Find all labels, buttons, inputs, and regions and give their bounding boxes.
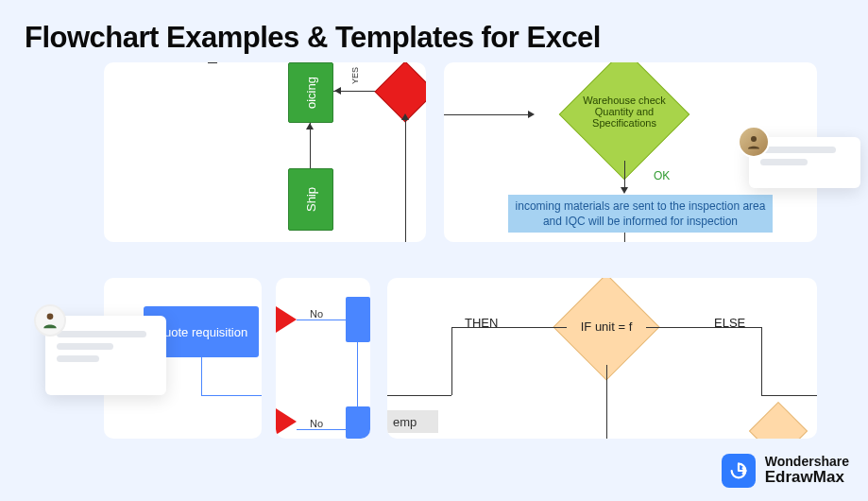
flow-connector bbox=[297, 429, 346, 430]
edrawmax-logo-icon bbox=[722, 454, 756, 488]
flow-connector bbox=[451, 327, 508, 328]
flow-connector bbox=[508, 327, 567, 328]
person-icon bbox=[745, 133, 762, 150]
flow-process-stub bbox=[346, 406, 370, 439]
edge-label-no: No bbox=[310, 308, 323, 320]
brand-footer: Wondershare EdrawMax bbox=[722, 454, 849, 488]
arrow-down-icon bbox=[621, 187, 628, 194]
arrow-up-icon bbox=[306, 123, 314, 130]
flow-connector bbox=[297, 320, 346, 320]
flow-process-stub bbox=[346, 297, 370, 342]
flow-decision-partial bbox=[276, 408, 297, 435]
flow-process-inspection: incoming materials are sent to the inspe… bbox=[508, 195, 773, 233]
flow-decision-node bbox=[374, 62, 426, 123]
placeholder-line bbox=[760, 159, 808, 165]
flow-connector bbox=[706, 327, 761, 328]
flow-connector bbox=[624, 233, 625, 242]
comment-bubble[interactable] bbox=[45, 316, 166, 395]
flow-variable-emp: emp bbox=[387, 410, 438, 433]
flow-connector bbox=[208, 62, 217, 63]
template-card-invoicing-flow[interactable]: oicing Ship YES bbox=[104, 62, 426, 242]
avatar bbox=[738, 126, 770, 158]
template-card-if-unit-flow[interactable]: IF unit = f THEN ELSE emp bbox=[387, 278, 817, 439]
flow-decision-text: Warehouse check Quantity and Specificati… bbox=[557, 95, 691, 129]
brand-product: EdrawMax bbox=[765, 469, 849, 487]
flow-connector bbox=[405, 115, 406, 242]
flow-connector bbox=[310, 123, 311, 168]
template-card-decision-branch[interactable]: No No bbox=[276, 278, 370, 439]
svg-point-1 bbox=[47, 314, 54, 320]
flow-decision-partial bbox=[749, 402, 808, 439]
page-title: Flowchart Examples & Templates for Excel bbox=[25, 21, 601, 55]
flow-decision-text: IF unit = f bbox=[559, 320, 654, 334]
flow-decision-partial bbox=[276, 306, 297, 333]
flow-connector bbox=[606, 365, 607, 439]
svg-point-0 bbox=[751, 136, 757, 142]
flow-connector bbox=[761, 327, 762, 395]
arrow-right-icon bbox=[528, 111, 535, 118]
flow-connector bbox=[761, 395, 817, 396]
flow-node-invoicing: oicing bbox=[288, 62, 333, 123]
edge-label-ok: OK bbox=[654, 169, 670, 182]
flow-connector bbox=[201, 395, 262, 396]
person-icon bbox=[41, 311, 60, 330]
comment-bubble[interactable] bbox=[749, 137, 860, 188]
flow-connector bbox=[387, 395, 451, 396]
flow-connector bbox=[646, 327, 706, 328]
brand-company: Wondershare bbox=[765, 455, 849, 469]
edge-label-no: No bbox=[310, 418, 323, 429]
flow-connector bbox=[451, 327, 452, 395]
arrow-up-icon bbox=[401, 113, 409, 120]
avatar bbox=[34, 304, 66, 337]
flow-node-ship: Ship bbox=[288, 168, 333, 231]
edge-label-yes: YES bbox=[350, 67, 360, 84]
flow-connector bbox=[444, 114, 533, 115]
placeholder-line bbox=[57, 343, 113, 350]
flow-connector bbox=[201, 357, 202, 395]
placeholder-line bbox=[57, 331, 146, 337]
placeholder-line bbox=[760, 147, 836, 153]
flow-connector bbox=[357, 342, 358, 408]
placeholder-line bbox=[57, 355, 99, 362]
arrow-left-icon bbox=[334, 87, 341, 95]
